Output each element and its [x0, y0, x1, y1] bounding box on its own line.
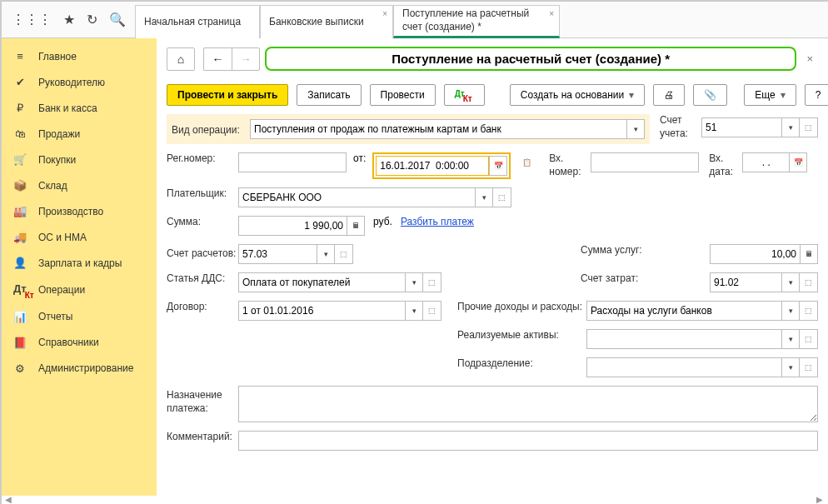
attach-button[interactable]: 📎 — [693, 84, 727, 106]
create-based-button[interactable]: Создать на основании▾ — [510, 84, 646, 106]
other-input[interactable] — [586, 301, 781, 321]
dropdown-button[interactable]: ▾ — [626, 119, 645, 139]
chart-icon: 📊 — [13, 311, 27, 323]
contract-input[interactable] — [238, 301, 405, 321]
dds-label: Статья ДДС: — [167, 272, 238, 286]
dtkt-icon: ДтКт — [13, 282, 27, 297]
dds-input[interactable] — [238, 272, 405, 292]
close-icon[interactable]: × — [382, 9, 387, 18]
dropdown-button[interactable]: ▾ — [781, 117, 800, 137]
nav-operations[interactable]: ДтКтОперации — [2, 276, 157, 304]
dropdown-button[interactable]: ▾ — [475, 187, 493, 207]
tab-home[interactable]: Начальная страница — [135, 5, 260, 38]
tab-bank-statements[interactable]: Банковские выписки × — [260, 5, 393, 38]
dropdown-button[interactable]: ▾ — [781, 272, 800, 292]
open-button[interactable]: ⬚ — [800, 357, 818, 377]
home-button[interactable]: ⌂ — [167, 47, 195, 71]
nav-panel: ≡Главное ✔Руководителю ₽Банк и касса 🛍Пр… — [2, 38, 157, 496]
dropdown-button[interactable]: ▾ — [781, 329, 800, 349]
nav-admin[interactable]: ⚙Администрирование — [2, 356, 157, 382]
nav-bank[interactable]: ₽Банк и касса — [2, 95, 157, 121]
tab-receipt[interactable]: Поступление на расчетный счет (создание)… — [393, 5, 560, 38]
in-date-input[interactable] — [742, 152, 789, 172]
assets-input[interactable] — [586, 329, 781, 349]
factory-icon: 🏭 — [13, 205, 27, 217]
sum-input[interactable] — [238, 216, 347, 236]
open-button[interactable]: ⬚ — [800, 329, 818, 349]
nav-sales[interactable]: 🛍Продажи — [2, 121, 157, 147]
open-button[interactable]: ⬚ — [423, 272, 441, 292]
purpose-label: Назначение платежа: — [167, 386, 238, 415]
optype-label: Вид операции: — [172, 121, 243, 137]
open-button[interactable]: ⬚ — [800, 272, 818, 292]
scroll-left-icon[interactable]: ◀ — [5, 495, 12, 504]
account-label: Счет учета: — [660, 114, 701, 140]
nav-main[interactable]: ≡Главное — [2, 43, 157, 69]
back-button[interactable]: ← — [203, 47, 232, 71]
close-icon[interactable]: × — [549, 9, 554, 18]
open-button[interactable]: ⬚ — [800, 301, 818, 321]
post-button[interactable]: Провести — [370, 84, 436, 106]
nav-refs[interactable]: 📕Справочники — [2, 330, 157, 356]
star-icon[interactable]: ★ — [63, 12, 75, 27]
help-button[interactable]: ? — [805, 84, 828, 106]
settle-acc-input[interactable] — [238, 244, 317, 264]
open-button[interactable]: ⬚ — [335, 244, 353, 264]
calendar-button[interactable]: 📅 — [489, 156, 507, 176]
open-button[interactable]: ⬚ — [800, 117, 818, 137]
sum-label: Сумма: — [167, 216, 238, 229]
print-button[interactable]: 🖨 — [653, 84, 685, 106]
in-num-label: Вх. номер: — [549, 152, 591, 178]
dept-input[interactable] — [586, 357, 781, 377]
in-num-input[interactable] — [591, 152, 699, 172]
other-label: Прочие доходы и расходы: — [457, 301, 586, 312]
person-icon: 👤 — [13, 257, 27, 269]
dtkt-button[interactable]: ДтКт — [444, 84, 485, 106]
page-close-button[interactable]: × — [801, 52, 818, 65]
svc-sum-input[interactable] — [710, 244, 800, 264]
nav-warehouse[interactable]: 📦Склад — [2, 172, 157, 198]
calc-button[interactable]: 🖩 — [800, 244, 818, 264]
forward-button[interactable]: → — [232, 47, 260, 71]
dropdown-button[interactable]: ▾ — [405, 301, 423, 321]
horizontal-scrollbar[interactable]: ◀ ▶ — [1, 496, 828, 502]
dropdown-button[interactable]: ▾ — [781, 357, 800, 377]
in-date-label: Вх. дата: — [709, 152, 742, 178]
nav-assets[interactable]: 🚚ОС и НМА — [2, 224, 157, 250]
cost-acc-input[interactable] — [710, 272, 781, 292]
more-button[interactable]: Еще▾ — [744, 84, 796, 106]
list-icon[interactable]: 📋 — [517, 152, 536, 172]
nav-production[interactable]: 🏭Производство — [2, 198, 157, 224]
nav-purchases[interactable]: 🛒Покупки — [2, 147, 157, 172]
post-and-close-button[interactable]: Провести и закрыть — [167, 84, 288, 106]
open-button[interactable]: ⬚ — [493, 187, 511, 207]
dropdown-button[interactable]: ▾ — [781, 301, 800, 321]
tab-label: Банковские выписки — [269, 16, 364, 29]
nav-reports[interactable]: 📊Отчеты — [2, 304, 157, 330]
book-icon: 📕 — [13, 337, 27, 349]
calc-button[interactable]: 🖩 — [347, 216, 365, 236]
history-icon[interactable]: ↻ — [87, 12, 97, 27]
payer-input[interactable] — [238, 187, 475, 207]
nav-payroll[interactable]: 👤Зарплата и кадры — [2, 250, 157, 276]
calendar-button[interactable]: 📅 — [789, 152, 807, 172]
optype-input[interactable] — [250, 119, 626, 139]
apps-icon[interactable]: ⋮⋮⋮ — [12, 12, 52, 27]
date-input[interactable] — [376, 156, 489, 176]
save-button[interactable]: Записать — [297, 84, 361, 106]
box-icon: 📦 — [13, 179, 27, 192]
account-input[interactable] — [701, 117, 781, 137]
split-payment-link[interactable]: Разбить платеж — [401, 216, 474, 227]
regnum-input[interactable] — [238, 152, 347, 172]
truck-icon: 🚚 — [13, 231, 27, 243]
dropdown-button[interactable]: ▾ — [317, 244, 335, 264]
purpose-textarea[interactable] — [238, 386, 818, 422]
search-icon[interactable]: 🔍 — [109, 12, 126, 27]
nav-manager[interactable]: ✔Руководителю — [2, 69, 157, 95]
comment-input[interactable] — [238, 431, 818, 451]
cart-icon: 🛒 — [13, 153, 27, 166]
open-button[interactable]: ⬚ — [423, 301, 441, 321]
caret-down-icon: ▾ — [781, 89, 786, 101]
dropdown-button[interactable]: ▾ — [405, 272, 423, 292]
scroll-right-icon[interactable]: ▶ — [816, 495, 823, 504]
